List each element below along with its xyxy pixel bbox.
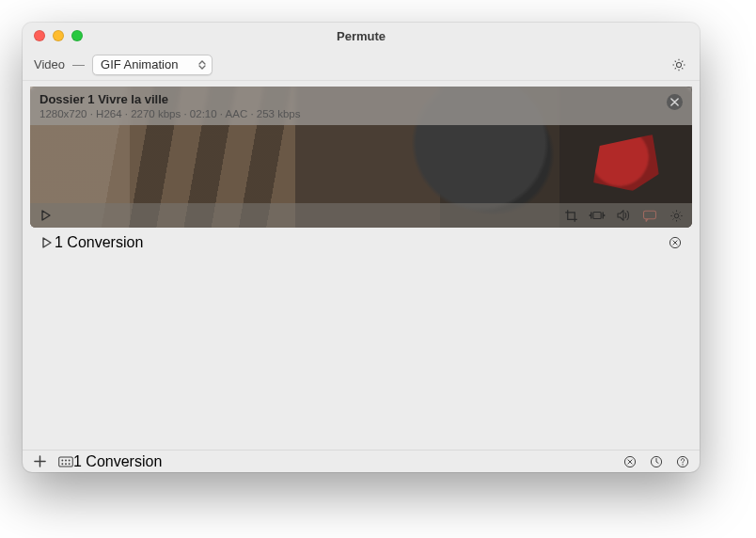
- circle-x-icon: [669, 236, 682, 249]
- clock-icon: [650, 455, 663, 468]
- crop-button[interactable]: [562, 207, 579, 224]
- settings-button[interactable]: [669, 55, 688, 74]
- volume-button[interactable]: [615, 207, 632, 224]
- svg-point-1: [589, 214, 591, 216]
- window-minimize-button[interactable]: [53, 30, 64, 41]
- help-icon: [676, 455, 689, 468]
- remove-item-button[interactable]: [667, 94, 683, 110]
- speaker-icon: [616, 209, 631, 222]
- help-button[interactable]: [675, 454, 690, 469]
- footer-status-label: 1 Conversion: [73, 453, 162, 470]
- item-settings-button[interactable]: [668, 207, 685, 224]
- cancel-all-button[interactable]: [622, 454, 638, 469]
- subtitles-button[interactable]: [641, 207, 658, 224]
- subtitle-icon: [642, 210, 657, 222]
- svg-point-2: [604, 214, 606, 216]
- gear-icon: [669, 209, 684, 223]
- svg-rect-3: [644, 211, 656, 218]
- traffic-lights: [23, 30, 83, 41]
- presets-button[interactable]: [58, 454, 73, 469]
- titlebar: Permute: [23, 23, 700, 49]
- separator-dash: —: [72, 57, 85, 71]
- svg-rect-6: [59, 456, 73, 466]
- select-stepper-icon: [198, 60, 206, 70]
- format-bar: Video — GIF Animation: [23, 49, 700, 81]
- conversion-item[interactable]: Dossier 1 Vivre la ville 1280x720 · H264…: [30, 87, 692, 228]
- window-title: Permute: [23, 29, 700, 43]
- gear-icon: [671, 57, 686, 72]
- item-meta: 1280x720 · H264 · 2270 kbps · 02:10 · AA…: [39, 108, 683, 119]
- play-all-button[interactable]: [39, 235, 55, 250]
- item-toolbar: [30, 203, 692, 228]
- svg-rect-0: [593, 213, 601, 219]
- svg-point-11: [65, 463, 67, 465]
- item-title: Dossier 1 Vivre la ville: [39, 92, 683, 106]
- media-type-label: Video: [34, 57, 65, 71]
- trim-button[interactable]: [589, 207, 606, 224]
- item-header: Dossier 1 Vivre la ville 1280x720 · H264…: [30, 87, 692, 125]
- svg-point-16: [682, 464, 683, 465]
- play-icon: [40, 210, 52, 221]
- queue-status-label: 1 Conversion: [55, 234, 143, 251]
- svg-point-12: [69, 463, 71, 465]
- queue-status-row: 1 Conversion: [30, 231, 692, 254]
- window-close-button[interactable]: [34, 30, 45, 41]
- svg-point-4: [674, 214, 679, 218]
- svg-point-7: [61, 459, 63, 461]
- preset-select[interactable]: GIF Animation: [92, 55, 213, 75]
- crop-icon: [564, 209, 578, 223]
- app-window: Permute Video — GIF Animation Dossier 1 …: [23, 23, 700, 472]
- trim-icon: [589, 209, 606, 222]
- preset-selected-value: GIF Animation: [101, 57, 178, 71]
- history-button[interactable]: [649, 454, 664, 469]
- play-item-button[interactable]: [38, 207, 55, 224]
- play-icon: [41, 237, 53, 248]
- add-button[interactable]: [32, 454, 47, 469]
- footer-bar: 1 Conversion: [23, 450, 700, 472]
- plus-icon: [34, 455, 46, 467]
- preset-grid-icon: [58, 456, 73, 467]
- svg-point-9: [69, 459, 71, 461]
- clear-queue-button[interactable]: [668, 235, 683, 250]
- content-area: Dossier 1 Vivre la ville 1280x720 · H264…: [23, 81, 700, 450]
- svg-point-10: [61, 463, 63, 465]
- close-icon: [670, 98, 679, 106]
- svg-point-8: [65, 459, 67, 461]
- window-zoom-button[interactable]: [71, 30, 83, 41]
- circle-x-icon: [623, 455, 637, 468]
